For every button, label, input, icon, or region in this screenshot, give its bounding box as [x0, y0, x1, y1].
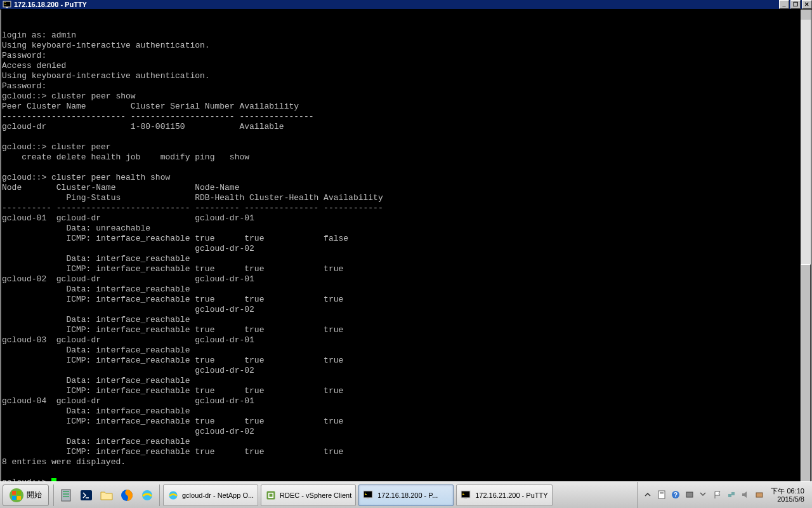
task-label: gcloud-dr - NetApp O...: [182, 491, 254, 499]
putty-icon: [3, 0, 11, 9]
minimize-button[interactable]: _: [779, 0, 789, 9]
tray-time-text: 下午 06:10: [771, 487, 804, 495]
svg-rect-30: [462, 493, 464, 493]
scrollbar[interactable]: ▲ ▼: [801, 10, 811, 508]
window-controls: _ ❐ ✕: [778, 0, 812, 9]
window-title: 172.16.18.200 - PuTTY: [14, 1, 778, 8]
tray-clock[interactable]: 下午 06:10 2015/5/8: [767, 487, 808, 504]
svg-rect-31: [462, 494, 464, 495]
svg-rect-3: [4, 3, 6, 3]
svg-rect-7: [17, 491, 21, 495]
maximize-button[interactable]: ❐: [790, 0, 801, 9]
close-button[interactable]: ✕: [802, 0, 812, 9]
svg-rect-13: [63, 496, 69, 497]
titlebar[interactable]: 172.16.18.200 - PuTTY _ ❐ ✕: [0, 0, 812, 10]
taskbar-item[interactable]: 172.16.21.200 - PuTTY: [456, 485, 552, 506]
svg-rect-11: [63, 491, 69, 492]
terminal-content: login as: admin Using keyboard-interacti…: [2, 30, 810, 488]
tray-status-icon[interactable]: [685, 490, 695, 500]
tray-help-icon[interactable]: ?: [671, 490, 681, 500]
svg-rect-4: [4, 4, 6, 4]
svg-rect-6: [12, 491, 16, 495]
scroll-track[interactable]: [801, 20, 811, 508]
system-tray: ? 下午 06:10 2015/5/8: [637, 482, 812, 509]
quicklaunch-server-icon[interactable]: [57, 485, 75, 506]
svg-rect-40: [756, 493, 763, 497]
quicklaunch-ie-icon[interactable]: [138, 485, 156, 506]
tray-expand-icon[interactable]: [699, 490, 709, 500]
svg-rect-39: [731, 492, 735, 495]
windows-logo-icon: [10, 488, 23, 502]
task-label: 172.16.21.200 - PuTTY: [475, 491, 547, 499]
svg-rect-29: [464, 498, 467, 499]
separator: [53, 485, 54, 506]
quicklaunch-explorer-icon[interactable]: [98, 485, 115, 506]
task-label: 172.16.18.200 - P...: [377, 491, 438, 499]
tray-disk-icon[interactable]: [755, 490, 765, 500]
svg-rect-9: [17, 496, 21, 500]
taskbar-tasks: gcloud-dr - NetApp O...RDEC - vSphere Cl…: [162, 485, 554, 506]
svg-rect-37: [686, 492, 693, 497]
tray-date-text: 2015/5/8: [771, 495, 804, 504]
taskbar-item[interactable]: 172.16.18.200 - P...: [358, 485, 454, 506]
svg-rect-8: [12, 496, 16, 500]
quicklaunch-firefox-icon[interactable]: [118, 485, 136, 506]
taskbar: 開始 gcloud-dr - NetApp O...RDEC - vSphere…: [0, 481, 812, 508]
terminal[interactable]: login as: admin Using keyboard-interacti…: [0, 10, 812, 508]
putty-window: 172.16.18.200 - PuTTY _ ❐ ✕ login as: ad…: [0, 0, 812, 481]
svg-rect-26: [365, 494, 367, 495]
svg-rect-33: [660, 492, 664, 493]
svg-rect-2: [6, 7, 8, 8]
start-label: 開始: [27, 490, 42, 500]
task-icon: [167, 490, 179, 501]
svg-rect-21: [270, 493, 273, 497]
svg-text:?: ?: [674, 491, 678, 498]
svg-rect-25: [365, 493, 366, 493]
svg-point-5: [10, 488, 23, 502]
scroll-thumb[interactable]: [801, 264, 811, 508]
tray-flag-icon[interactable]: [713, 490, 723, 500]
task-icon: [461, 490, 472, 501]
svg-rect-12: [63, 493, 69, 495]
task-icon: [363, 490, 374, 501]
task-label: RDEC - vSphere Client: [280, 491, 351, 499]
svg-rect-24: [367, 498, 369, 499]
svg-rect-32: [658, 491, 665, 498]
taskbar-item[interactable]: RDEC - vSphere Client: [261, 485, 356, 506]
svg-rect-34: [660, 493, 664, 494]
svg-rect-38: [728, 494, 731, 497]
tray-action-center-icon[interactable]: [657, 490, 667, 500]
start-button[interactable]: 開始: [3, 485, 49, 506]
task-icon: [265, 490, 277, 501]
taskbar-item[interactable]: gcloud-dr - NetApp O...: [163, 485, 258, 506]
tray-volume-icon[interactable]: [741, 490, 751, 500]
tray-chevron-icon[interactable]: [643, 490, 653, 500]
quicklaunch-powershell-icon[interactable]: [77, 485, 95, 506]
separator: [159, 485, 160, 506]
tray-network-icon[interactable]: [727, 490, 737, 500]
